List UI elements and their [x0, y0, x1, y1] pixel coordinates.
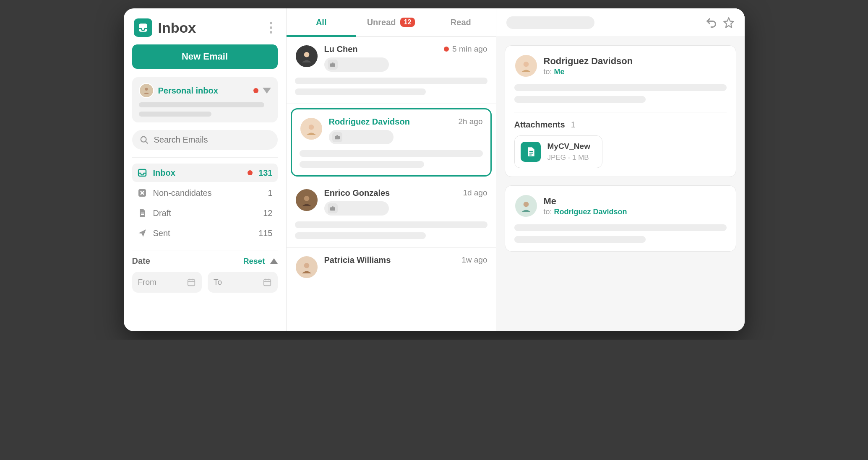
sender-avatar — [300, 117, 323, 140]
email-list-panel: All Unread 12 Read Lu Chen — [287, 8, 496, 331]
thread-body: Rodriguez Davidson to: Me Attachments 1 — [496, 37, 745, 331]
date-to-label: To — [214, 278, 222, 287]
email-item-selected[interactable]: Rodriguez Davidson 2h ago — [291, 108, 492, 177]
message-card: Me to: Rodriguez Davidson — [505, 185, 736, 252]
email-preview — [295, 221, 487, 239]
message-body — [514, 224, 727, 243]
file-icon — [137, 208, 147, 218]
account-unread-dot — [253, 88, 258, 93]
svg-rect-27 — [529, 151, 533, 152]
svg-point-16 — [304, 52, 309, 57]
divider — [132, 157, 278, 158]
svg-rect-20 — [335, 136, 340, 139]
attachment-meta: JPEG - 1 MB — [547, 153, 590, 162]
folder-non-candidates[interactable]: Non-candidates 1 — [132, 184, 278, 202]
chevron-down-icon — [263, 88, 271, 94]
svg-rect-28 — [529, 153, 533, 153]
email-preview — [295, 78, 487, 95]
attachments-count: 1 — [571, 120, 576, 130]
divider — [514, 112, 727, 112]
svg-point-19 — [308, 125, 314, 130]
folder-draft[interactable]: Draft 12 — [132, 204, 278, 222]
svg-rect-7 — [141, 214, 144, 215]
email-item[interactable]: Enrico Gonzales 1d ago — [287, 181, 496, 248]
message-from: Me — [544, 196, 627, 207]
chevron-up-icon[interactable] — [270, 258, 278, 264]
svg-line-3 — [145, 141, 148, 143]
undo-icon[interactable] — [705, 17, 717, 29]
document-icon — [521, 142, 541, 162]
message-to: to: Rodriguez Davidson — [544, 208, 627, 216]
account-name: Personal inbox — [158, 86, 249, 96]
svg-point-26 — [523, 62, 529, 67]
folder-label: Sent — [153, 229, 253, 238]
date-reset-button[interactable]: Reset — [243, 257, 265, 266]
attachment-card[interactable]: MyCV_New JPEG - 1 MB — [514, 135, 602, 168]
email-item[interactable]: Lu Chen 5 min ago — [287, 37, 496, 104]
sender-avatar — [295, 255, 318, 279]
sender-name: Rodriguez Davidson — [329, 117, 453, 127]
folder-inbox[interactable]: Inbox 131 — [132, 164, 278, 182]
email-list: Lu Chen 5 min ago — [287, 37, 496, 331]
detail-search-placeholder[interactable] — [506, 16, 594, 29]
folder-count: 115 — [258, 229, 272, 238]
divider — [132, 250, 278, 250]
unread-dot — [444, 47, 449, 52]
star-icon[interactable] — [723, 17, 735, 29]
folder-label: Non-candidates — [153, 188, 262, 198]
email-tag — [329, 130, 394, 144]
placeholder-line — [139, 102, 264, 107]
account-selector[interactable]: Personal inbox — [132, 77, 278, 122]
x-box-icon — [137, 188, 147, 198]
email-item[interactable]: Patricia Williams 1w ago — [287, 248, 496, 287]
app-logo-icon — [134, 18, 152, 37]
list-tabs: All Unread 12 Read — [287, 8, 496, 37]
sidebar-body: New Email Personal inbox In — [124, 44, 286, 293]
folder-count: 12 — [263, 208, 272, 218]
app-window: Inbox New Email Personal inbox — [124, 8, 745, 331]
folder-list: Inbox 131 Non-candidates 1 Draft 12 Sent — [132, 164, 278, 242]
folder-label: Draft — [153, 208, 258, 218]
placeholder-line — [341, 62, 383, 67]
calendar-icon — [187, 278, 196, 287]
sender-name: Patricia Williams — [324, 255, 456, 265]
search-input[interactable] — [154, 135, 270, 145]
svg-rect-17 — [330, 63, 335, 67]
sidebar: Inbox New Email Personal inbox — [124, 8, 287, 331]
more-menu-icon[interactable] — [266, 22, 276, 34]
detail-header — [496, 8, 745, 37]
date-to-input[interactable]: To — [208, 272, 278, 293]
sidebar-title: Inbox — [158, 20, 260, 36]
email-tag — [324, 201, 389, 216]
calendar-icon — [263, 278, 272, 287]
date-from-input[interactable]: From — [132, 272, 202, 293]
briefcase-icon — [328, 203, 338, 213]
svg-point-2 — [141, 136, 146, 142]
message-from: Rodriguez Davidson — [544, 56, 633, 67]
folder-count: 131 — [258, 168, 272, 178]
placeholder-line — [346, 135, 388, 139]
sender-avatar — [295, 188, 318, 212]
svg-rect-24 — [332, 206, 334, 208]
folder-count: 1 — [268, 188, 272, 198]
send-icon — [137, 228, 147, 238]
svg-rect-8 — [188, 280, 195, 286]
folder-unread-dot — [248, 170, 253, 175]
sender-name: Lu Chen — [324, 44, 438, 54]
tab-unread[interactable]: Unread 12 — [356, 8, 426, 36]
new-email-button[interactable]: New Email — [132, 44, 278, 69]
tab-read[interactable]: Read — [426, 8, 495, 36]
tab-all[interactable]: All — [287, 8, 356, 36]
date-title: Date — [132, 256, 238, 266]
email-time: 1d ago — [463, 188, 487, 198]
search-icon — [140, 135, 149, 145]
message-avatar — [514, 194, 538, 218]
message-body — [514, 84, 727, 103]
svg-point-1 — [145, 88, 148, 91]
search-box[interactable] — [132, 130, 278, 150]
placeholder-line — [341, 206, 383, 211]
folder-sent[interactable]: Sent 115 — [132, 224, 278, 242]
svg-rect-23 — [330, 207, 335, 211]
inbox-icon — [137, 168, 147, 178]
attachment-name: MyCV_New — [547, 142, 590, 151]
